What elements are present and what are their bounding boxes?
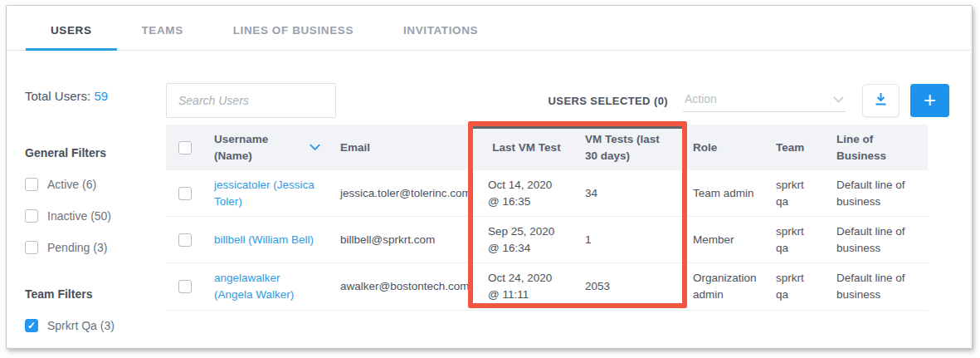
tab-lines-of-business[interactable]: LINES OF BUSINESS <box>208 19 378 51</box>
last-vm-test-cell: Oct 14, 2020 @ 16:35 <box>478 170 575 216</box>
row-checkbox[interactable] <box>178 233 192 247</box>
users-selected-label: USERS SELECTED (0) <box>549 95 668 107</box>
role-cell: Organization admin <box>683 263 766 309</box>
total-users-label: Total Users: <box>25 89 90 103</box>
line-of-business-cell: Default line of business <box>826 263 928 309</box>
total-users-value: 59 <box>94 89 108 103</box>
search-input[interactable] <box>166 83 336 118</box>
vm-tests-30d-cell: 1 <box>575 225 683 255</box>
action-placeholder: Action <box>685 92 717 105</box>
team-cell: sprkrt qa <box>766 263 826 309</box>
team-cell: sprkrt qa <box>766 170 826 216</box>
username-link[interactable]: billbell (William Bell) <box>214 233 314 246</box>
sort-chevron-down-icon[interactable] <box>310 144 320 151</box>
header-username-label: Username (Name) <box>214 131 304 164</box>
tab-users[interactable]: USERS <box>26 19 117 51</box>
table-row: jessicatoler (Jessica Toler) jessica.tol… <box>166 170 928 217</box>
email-cell: awalker@bostontech.com <box>330 272 478 302</box>
last-vm-test-cell: Sep 25, 2020 @ 16:34 <box>478 217 575 262</box>
header-email: Email <box>330 133 478 163</box>
row-checkbox[interactable] <box>178 280 192 293</box>
user-management-panel: USERS TEAMS LINES OF BUSINESS INVITATION… <box>6 5 973 349</box>
add-user-button[interactable]: + <box>910 84 949 117</box>
header-role: Role <box>683 133 766 163</box>
header-last-vm-test: Last VM Test <box>478 133 575 163</box>
username-link[interactable]: angelawalker (Angela Walker) <box>214 272 294 301</box>
total-users: Total Users: 59 <box>25 89 166 103</box>
toolbar-right: USERS SELECTED (0) Action + <box>549 84 949 117</box>
chevron-down-icon <box>833 92 844 105</box>
select-all-checkbox[interactable] <box>178 141 192 154</box>
header-vm-tests-30d: VM Tests (last 30 days) <box>575 125 683 170</box>
toolbar: USERS SELECTED (0) Action + <box>166 83 949 118</box>
check-icon: ✓ <box>27 321 36 331</box>
header-checkbox-cell <box>166 141 204 154</box>
row-checkbox[interactable] <box>178 187 192 200</box>
vm-tests-30d-cell: 34 <box>575 179 683 208</box>
checkbox-checked[interactable]: ✓ <box>25 319 38 332</box>
download-button[interactable] <box>862 84 900 117</box>
table-row: billbell (William Bell) billbell@sprkrt.… <box>166 217 928 263</box>
filter-sprkrt-qa-label: Sprkrt Qa (3) <box>47 319 115 332</box>
filter-sprkrt-qa[interactable]: ✓ Sprkrt Qa (3) <box>25 319 166 332</box>
header-username: Username (Name) <box>204 125 330 170</box>
content-area: Total Users: 59 General Filters Active (… <box>7 51 972 332</box>
line-of-business-cell: Default line of business <box>826 217 928 262</box>
users-table: Username (Name) Email Last VM Test VM Te… <box>166 125 949 311</box>
checkbox-unchecked[interactable] <box>25 209 38 223</box>
filter-inactive[interactable]: Inactive (50) <box>25 209 166 223</box>
checkbox-unchecked[interactable] <box>25 178 38 191</box>
filter-pending-label: Pending (3) <box>47 241 107 254</box>
header-line-of-business: Line of Business <box>826 125 928 170</box>
tab-teams[interactable]: TEAMS <box>117 19 208 51</box>
table-row: angelawalker (Angela Walker) awalker@bos… <box>166 263 928 310</box>
filters-sidebar: Total Users: 59 General Filters Active (… <box>7 51 166 332</box>
filter-pending[interactable]: Pending (3) <box>25 241 166 254</box>
table-header-row: Username (Name) Email Last VM Test VM Te… <box>166 125 928 170</box>
main-area: USERS SELECTED (0) Action + <box>166 51 972 311</box>
username-link[interactable]: jessicatoler (Jessica Toler) <box>214 179 314 208</box>
email-cell: billbell@sprkrt.com <box>330 225 478 255</box>
header-team: Team <box>766 133 826 163</box>
team-cell: sprkrt qa <box>766 217 826 262</box>
filter-inactive-label: Inactive (50) <box>47 209 111 223</box>
vm-tests-30d-cell: 2053 <box>575 272 683 302</box>
download-icon <box>875 92 887 109</box>
plus-icon: + <box>924 89 936 110</box>
team-filters-title: Team Filters <box>25 287 166 301</box>
line-of-business-cell: Default line of business <box>826 170 928 216</box>
tab-invitations[interactable]: INVITATIONS <box>378 19 503 51</box>
filter-active[interactable]: Active (6) <box>25 178 166 191</box>
general-filters-title: General Filters <box>25 146 166 159</box>
checkbox-unchecked[interactable] <box>25 241 38 254</box>
last-vm-test-cell: Oct 24, 2020 @ 11:11 <box>478 263 575 309</box>
tab-bar: USERS TEAMS LINES OF BUSINESS INVITATION… <box>26 6 972 51</box>
email-cell: jessica.toler@tolerinc.com <box>330 179 478 208</box>
filter-active-label: Active (6) <box>47 178 96 191</box>
action-dropdown[interactable]: Action <box>683 89 846 112</box>
role-cell: Team admin <box>683 179 766 208</box>
role-cell: Member <box>683 225 766 255</box>
